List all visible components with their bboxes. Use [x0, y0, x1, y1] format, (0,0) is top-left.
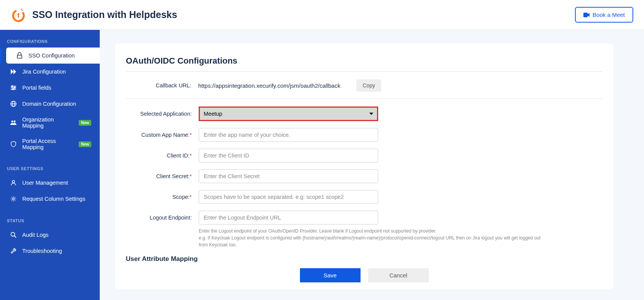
new-badge: New	[79, 120, 91, 126]
nav-label: User Management	[22, 180, 68, 186]
callback-value: https://appsintegration.xecurify.com/jsm…	[198, 82, 341, 89]
header: SSO Integration with Helpdesks Book a Me…	[0, 0, 644, 30]
sidebar-item-domain-config[interactable]: Domain Configuration	[0, 96, 98, 112]
client-secret-label: Client Secret:*	[126, 173, 192, 179]
selected-app-select[interactable]: Meetup	[199, 107, 378, 121]
callback-row: Callback URL: https://appsintegration.xe…	[156, 79, 603, 92]
form-scroll-area[interactable]: Selected Application: Meetup Custom App …	[126, 107, 603, 263]
sidebar-item-org-mapping[interactable]: Organization Mapping New	[0, 112, 98, 133]
cancel-button[interactable]: Cancel	[368, 268, 429, 282]
sidebar-item-troubleshoot[interactable]: Troubleshooting	[0, 243, 98, 259]
client-id-label: Client ID:*	[126, 152, 192, 159]
divider	[126, 71, 603, 72]
sidebar-item-portal-fields[interactable]: Portal fields	[0, 80, 98, 96]
selected-app-label: Selected Application:	[126, 111, 192, 117]
svg-point-8	[12, 86, 13, 87]
sidebar-item-sso-config[interactable]: SSO Configuration	[6, 48, 100, 64]
form-footer: Save Cancel	[126, 263, 603, 282]
users-icon	[10, 119, 17, 126]
logout-helper: Enter the Logout endpoint of your OAuth/…	[199, 228, 544, 248]
logout-label: Logout Endpoint:	[126, 215, 192, 221]
logout-input[interactable]	[199, 211, 378, 225]
nav-label: Jira Configuration	[22, 69, 66, 75]
new-badge: New	[79, 141, 91, 147]
svg-point-10	[13, 89, 14, 90]
svg-point-16	[12, 180, 15, 183]
scope-input[interactable]	[199, 190, 378, 204]
svg-point-14	[12, 121, 13, 123]
svg-rect-2	[18, 15, 19, 18]
svg-point-17	[13, 198, 15, 200]
user-icon	[10, 179, 17, 186]
svg-rect-4	[17, 55, 22, 58]
client-secret-row: Client Secret:*	[126, 169, 598, 183]
svg-point-15	[14, 121, 16, 123]
custom-app-input[interactable]	[199, 128, 378, 142]
sidebar-item-req-col[interactable]: Request Column Settings	[0, 191, 98, 207]
svg-rect-3	[583, 13, 588, 17]
camera-icon	[583, 13, 590, 17]
header-left: SSO Integration with Helpdesks	[11, 7, 177, 23]
selected-app-row: Selected Application: Meetup	[126, 107, 598, 121]
scope-label: Scope:*	[126, 194, 192, 200]
main-content: OAuth/OIDC Configurations Callback URL: …	[100, 30, 644, 300]
nav-label: Organization Mapping	[22, 116, 73, 129]
save-button[interactable]: Save	[300, 268, 361, 282]
gear-icon	[10, 195, 17, 202]
client-id-input[interactable]	[199, 149, 378, 162]
section-configurations: CONFIGURATIONS	[0, 37, 100, 48]
scope-row: Scope:*	[126, 190, 598, 204]
card-title: OAuth/OIDC Configurations	[126, 56, 603, 66]
lock-icon	[16, 52, 23, 59]
user-attr-mapping-title: User Attribute Mapping	[126, 255, 598, 263]
jira-icon	[10, 68, 17, 75]
custom-app-label: Custom App Name:*	[126, 132, 192, 138]
nav-label: Portal Access Mapping	[22, 138, 73, 150]
nav-label: Portal fields	[22, 85, 51, 91]
book-meet-label: Book a Meet	[593, 11, 625, 18]
svg-point-18	[11, 233, 15, 236]
sidebar-item-user-mgmt[interactable]: User Management	[0, 175, 98, 191]
divider	[126, 98, 603, 99]
wrench-icon	[10, 248, 17, 254]
nav-label: Domain Configuration	[22, 101, 76, 107]
sidebar-item-audit-logs[interactable]: Audit Logs	[0, 227, 98, 243]
book-meet-button[interactable]: Book a Meet	[575, 7, 633, 23]
search-icon	[10, 231, 17, 238]
logout-row: Logout Endpoint:	[126, 211, 598, 225]
sidebar: CONFIGURATIONS SSO Configuration Jira Co…	[0, 30, 100, 300]
nav-label: SSO Configuration	[28, 52, 75, 59]
svg-point-9	[14, 87, 15, 89]
nav-label: Request Column Settings	[22, 196, 85, 202]
config-card: OAuth/OIDC Configurations Callback URL: …	[115, 44, 613, 289]
client-secret-input[interactable]	[199, 169, 378, 183]
section-status: STATUS	[0, 216, 100, 227]
copy-button[interactable]: Copy	[356, 79, 381, 92]
globe-icon	[10, 100, 17, 107]
client-id-row: Client ID:*	[126, 149, 598, 162]
sidebar-item-jira-config[interactable]: Jira Configuration	[0, 64, 98, 80]
custom-app-row: Custom App Name:*	[126, 128, 598, 142]
sidebar-item-portal-access[interactable]: Portal Access Mapping New	[0, 133, 98, 155]
nav-label: Troubleshooting	[22, 248, 62, 254]
nav-label: Audit Logs	[22, 232, 49, 238]
svg-line-19	[15, 236, 16, 238]
section-user-settings: USER SETTINGS	[0, 164, 100, 175]
sliders-icon	[10, 84, 17, 91]
page-title: SSO Integration with Helpdesks	[32, 9, 177, 20]
shield-icon	[10, 141, 17, 148]
callback-label: Callback URL:	[156, 82, 191, 89]
logo-icon	[11, 7, 26, 23]
